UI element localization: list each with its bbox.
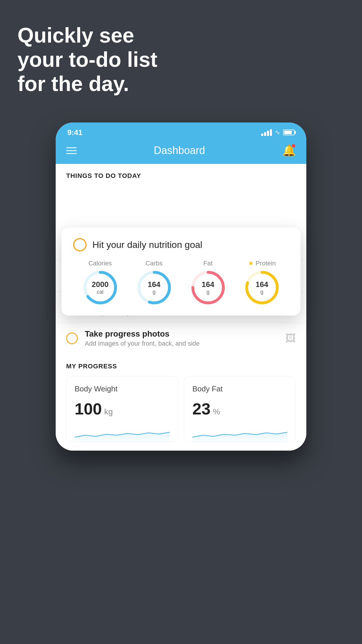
status-time: 9:41: [67, 128, 82, 137]
progress-cards: Body Weight 100 kg Body Fat 23 %: [66, 376, 296, 442]
svg-marker-1: [192, 432, 287, 442]
ring-unit: g: [148, 289, 160, 295]
hero-line3: for the day.: [17, 72, 157, 96]
ring-unit: cal: [92, 289, 109, 295]
notification-button[interactable]: 🔔: [282, 144, 296, 157]
nutrition-item: Calories 2000 cal: [83, 260, 118, 305]
phone-wrapper: 9:41 ∿ Dashboard 🔔 TH: [56, 123, 306, 451]
ring-text: 164 g: [256, 280, 268, 295]
progress-header: MY PROGRESS: [66, 363, 296, 370]
hero-line1: Quickly see: [17, 23, 157, 48]
progress-value: 23: [192, 399, 210, 418]
things-to-do-header: THINGS TO DO TODAY: [56, 164, 306, 184]
ring-value: 164: [148, 280, 160, 289]
nutrition-card: Hit your daily nutrition goal Calories 2…: [61, 228, 301, 316]
ring-unit: g: [202, 289, 214, 295]
app-header: Dashboard 🔔: [56, 140, 306, 164]
svg-marker-0: [75, 432, 170, 442]
nutrition-item: ★Protein 164 g: [245, 260, 280, 305]
nutrition-label: Calories: [88, 260, 112, 267]
nutrition-grid: Calories 2000 cal Carbs 164 g Fat: [73, 260, 289, 305]
progress-card[interactable]: Body Fat 23 %: [184, 376, 296, 442]
hero-text: Quickly see your to-do list for the day.: [17, 23, 157, 96]
ring-value: 2000: [92, 280, 109, 289]
star-icon: ★: [248, 260, 254, 267]
ring-unit: g: [256, 289, 268, 295]
progress-value: 100: [75, 399, 102, 418]
nutrition-card-title: Hit your daily nutrition goal: [92, 239, 202, 250]
nutrition-label: Fat: [203, 260, 213, 267]
todo-title: Take progress photos: [85, 329, 278, 339]
nutrition-check-circle: [73, 238, 87, 251]
ring-text: 164 g: [148, 280, 160, 295]
todo-content: Take progress photos Add images of your …: [85, 329, 278, 347]
ring-container: 164 g: [137, 270, 172, 305]
nutrition-card-header: Hit your daily nutrition goal: [73, 238, 289, 251]
ring-container: 164 g: [191, 270, 226, 305]
ring-container: 2000 cal: [83, 270, 118, 305]
hero-line2: your to-do list: [17, 48, 157, 72]
sparkline: [192, 424, 287, 442]
ring-text: 164 g: [202, 280, 214, 295]
nutrition-label: Carbs: [145, 260, 163, 267]
todo-item[interactable]: Take progress photos Add images of your …: [56, 323, 306, 354]
progress-card-title: Body Fat: [192, 384, 287, 393]
nutrition-label: ★Protein: [248, 260, 276, 267]
progress-card[interactable]: Body Weight 100 kg: [66, 376, 178, 442]
battery-icon: [283, 130, 295, 135]
todo-circle: [66, 332, 78, 344]
progress-value-row: 23 %: [192, 399, 287, 418]
ring-container: 164 g: [245, 270, 280, 305]
ring-value: 164: [202, 280, 214, 289]
todo-action-icon: 🖼: [285, 332, 296, 344]
progress-value-row: 100 kg: [75, 399, 170, 418]
menu-button[interactable]: [66, 147, 77, 154]
progress-unit: %: [213, 407, 220, 416]
ring-value: 164: [256, 280, 268, 289]
nutrition-item: Fat 164 g: [191, 260, 226, 305]
progress-section: MY PROGRESS Body Weight 100 kg Body Fat: [56, 354, 306, 442]
todo-subtitle: Add images of your front, back, and side: [85, 340, 278, 347]
ring-text: 2000 cal: [92, 280, 109, 295]
status-bar: 9:41 ∿: [56, 123, 306, 140]
wifi-icon: ∿: [275, 129, 280, 136]
progress-card-title: Body Weight: [75, 384, 170, 393]
header-title: Dashboard: [154, 144, 205, 157]
notification-dot: [292, 144, 295, 148]
status-icons: ∿: [261, 129, 295, 136]
signal-icon: [261, 129, 272, 136]
nutrition-item: Carbs 164 g: [137, 260, 172, 305]
sparkline: [75, 424, 170, 442]
progress-unit: kg: [104, 407, 113, 416]
